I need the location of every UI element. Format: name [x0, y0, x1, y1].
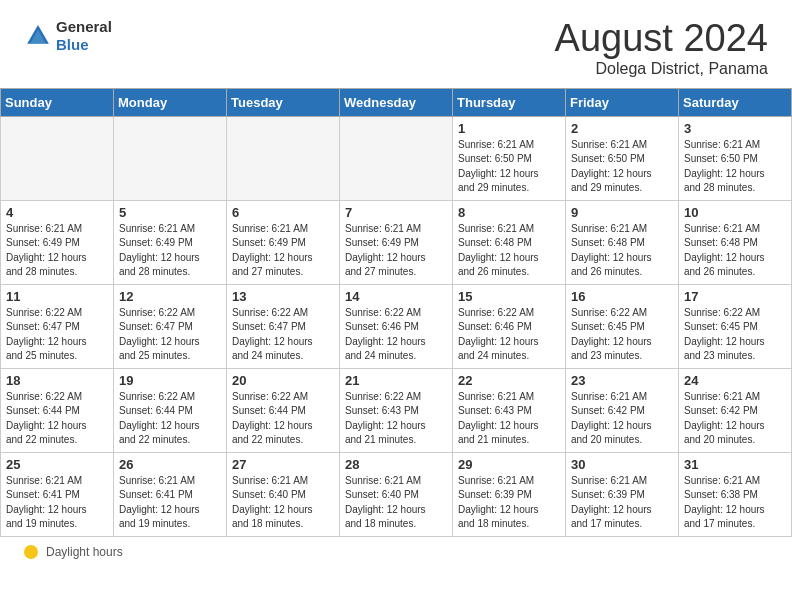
day-info: Sunrise: 6:22 AMSunset: 6:46 PMDaylight:…: [458, 306, 560, 364]
day-number: 24: [684, 373, 786, 388]
calendar-cell: 29Sunrise: 6:21 AMSunset: 6:39 PMDayligh…: [453, 452, 566, 536]
day-number: 2: [571, 121, 673, 136]
day-number: 12: [119, 289, 221, 304]
day-number: 18: [6, 373, 108, 388]
week-row-1: 1Sunrise: 6:21 AMSunset: 6:50 PMDaylight…: [1, 116, 792, 200]
calendar-cell: [340, 116, 453, 200]
day-number: 6: [232, 205, 334, 220]
calendar-cell: 17Sunrise: 6:22 AMSunset: 6:45 PMDayligh…: [679, 284, 792, 368]
day-number: 21: [345, 373, 447, 388]
day-number: 27: [232, 457, 334, 472]
day-number: 1: [458, 121, 560, 136]
day-number: 4: [6, 205, 108, 220]
day-info: Sunrise: 6:22 AMSunset: 6:47 PMDaylight:…: [6, 306, 108, 364]
day-info: Sunrise: 6:21 AMSunset: 6:49 PMDaylight:…: [6, 222, 108, 280]
calendar-cell: [227, 116, 340, 200]
day-info: Sunrise: 6:21 AMSunset: 6:49 PMDaylight:…: [232, 222, 334, 280]
weekday-thursday: Thursday: [453, 88, 566, 116]
daylight-label: Daylight hours: [46, 545, 123, 559]
day-info: Sunrise: 6:21 AMSunset: 6:50 PMDaylight:…: [571, 138, 673, 196]
calendar-cell: [1, 116, 114, 200]
day-info: Sunrise: 6:21 AMSunset: 6:50 PMDaylight:…: [684, 138, 786, 196]
logo: General Blue: [24, 18, 112, 54]
calendar-cell: 23Sunrise: 6:21 AMSunset: 6:42 PMDayligh…: [566, 368, 679, 452]
day-info: Sunrise: 6:22 AMSunset: 6:46 PMDaylight:…: [345, 306, 447, 364]
weekday-friday: Friday: [566, 88, 679, 116]
calendar-cell: 18Sunrise: 6:22 AMSunset: 6:44 PMDayligh…: [1, 368, 114, 452]
calendar-cell: 12Sunrise: 6:22 AMSunset: 6:47 PMDayligh…: [114, 284, 227, 368]
weekday-monday: Monday: [114, 88, 227, 116]
header: General Blue August 2024 Dolega District…: [0, 0, 792, 88]
page-container: General Blue August 2024 Dolega District…: [0, 0, 792, 567]
day-info: Sunrise: 6:21 AMSunset: 6:49 PMDaylight:…: [345, 222, 447, 280]
logo-icon: [24, 22, 52, 50]
day-number: 26: [119, 457, 221, 472]
day-info: Sunrise: 6:21 AMSunset: 6:48 PMDaylight:…: [684, 222, 786, 280]
day-info: Sunrise: 6:21 AMSunset: 6:41 PMDaylight:…: [6, 474, 108, 532]
calendar-cell: 28Sunrise: 6:21 AMSunset: 6:40 PMDayligh…: [340, 452, 453, 536]
calendar-cell: 4Sunrise: 6:21 AMSunset: 6:49 PMDaylight…: [1, 200, 114, 284]
day-number: 25: [6, 457, 108, 472]
day-number: 13: [232, 289, 334, 304]
calendar-table: SundayMondayTuesdayWednesdayThursdayFrid…: [0, 88, 792, 537]
calendar-cell: 21Sunrise: 6:22 AMSunset: 6:43 PMDayligh…: [340, 368, 453, 452]
month-title: August 2024: [555, 18, 768, 60]
calendar-cell: 1Sunrise: 6:21 AMSunset: 6:50 PMDaylight…: [453, 116, 566, 200]
footer: Daylight hours: [0, 537, 792, 567]
day-number: 16: [571, 289, 673, 304]
day-info: Sunrise: 6:21 AMSunset: 6:40 PMDaylight:…: [232, 474, 334, 532]
day-info: Sunrise: 6:22 AMSunset: 6:45 PMDaylight:…: [684, 306, 786, 364]
day-info: Sunrise: 6:22 AMSunset: 6:43 PMDaylight:…: [345, 390, 447, 448]
week-row-2: 4Sunrise: 6:21 AMSunset: 6:49 PMDaylight…: [1, 200, 792, 284]
title-block: August 2024 Dolega District, Panama: [555, 18, 768, 78]
calendar-cell: 30Sunrise: 6:21 AMSunset: 6:39 PMDayligh…: [566, 452, 679, 536]
calendar-cell: 2Sunrise: 6:21 AMSunset: 6:50 PMDaylight…: [566, 116, 679, 200]
day-number: 30: [571, 457, 673, 472]
day-info: Sunrise: 6:21 AMSunset: 6:50 PMDaylight:…: [458, 138, 560, 196]
day-info: Sunrise: 6:22 AMSunset: 6:47 PMDaylight:…: [232, 306, 334, 364]
day-info: Sunrise: 6:21 AMSunset: 6:49 PMDaylight:…: [119, 222, 221, 280]
day-number: 7: [345, 205, 447, 220]
weekday-wednesday: Wednesday: [340, 88, 453, 116]
day-number: 23: [571, 373, 673, 388]
day-info: Sunrise: 6:21 AMSunset: 6:38 PMDaylight:…: [684, 474, 786, 532]
calendar-cell: 6Sunrise: 6:21 AMSunset: 6:49 PMDaylight…: [227, 200, 340, 284]
day-info: Sunrise: 6:21 AMSunset: 6:43 PMDaylight:…: [458, 390, 560, 448]
calendar-cell: 10Sunrise: 6:21 AMSunset: 6:48 PMDayligh…: [679, 200, 792, 284]
week-row-5: 25Sunrise: 6:21 AMSunset: 6:41 PMDayligh…: [1, 452, 792, 536]
logo-text: General Blue: [56, 18, 112, 54]
calendar-cell: 14Sunrise: 6:22 AMSunset: 6:46 PMDayligh…: [340, 284, 453, 368]
weekday-header-row: SundayMondayTuesdayWednesdayThursdayFrid…: [1, 88, 792, 116]
day-number: 17: [684, 289, 786, 304]
calendar-cell: [114, 116, 227, 200]
day-number: 20: [232, 373, 334, 388]
day-info: Sunrise: 6:22 AMSunset: 6:44 PMDaylight:…: [6, 390, 108, 448]
calendar-cell: 24Sunrise: 6:21 AMSunset: 6:42 PMDayligh…: [679, 368, 792, 452]
day-info: Sunrise: 6:22 AMSunset: 6:47 PMDaylight:…: [119, 306, 221, 364]
subtitle: Dolega District, Panama: [555, 60, 768, 78]
week-row-4: 18Sunrise: 6:22 AMSunset: 6:44 PMDayligh…: [1, 368, 792, 452]
weekday-saturday: Saturday: [679, 88, 792, 116]
weekday-sunday: Sunday: [1, 88, 114, 116]
day-info: Sunrise: 6:21 AMSunset: 6:40 PMDaylight:…: [345, 474, 447, 532]
calendar-cell: 27Sunrise: 6:21 AMSunset: 6:40 PMDayligh…: [227, 452, 340, 536]
day-info: Sunrise: 6:21 AMSunset: 6:42 PMDaylight:…: [684, 390, 786, 448]
day-number: 31: [684, 457, 786, 472]
day-number: 22: [458, 373, 560, 388]
day-number: 3: [684, 121, 786, 136]
day-number: 11: [6, 289, 108, 304]
day-info: Sunrise: 6:21 AMSunset: 6:39 PMDaylight:…: [458, 474, 560, 532]
day-info: Sunrise: 6:21 AMSunset: 6:41 PMDaylight:…: [119, 474, 221, 532]
day-number: 10: [684, 205, 786, 220]
calendar-cell: 11Sunrise: 6:22 AMSunset: 6:47 PMDayligh…: [1, 284, 114, 368]
day-info: Sunrise: 6:21 AMSunset: 6:48 PMDaylight:…: [458, 222, 560, 280]
calendar-cell: 8Sunrise: 6:21 AMSunset: 6:48 PMDaylight…: [453, 200, 566, 284]
day-info: Sunrise: 6:21 AMSunset: 6:39 PMDaylight:…: [571, 474, 673, 532]
calendar-cell: 15Sunrise: 6:22 AMSunset: 6:46 PMDayligh…: [453, 284, 566, 368]
day-info: Sunrise: 6:22 AMSunset: 6:44 PMDaylight:…: [119, 390, 221, 448]
calendar-cell: 26Sunrise: 6:21 AMSunset: 6:41 PMDayligh…: [114, 452, 227, 536]
calendar-cell: 16Sunrise: 6:22 AMSunset: 6:45 PMDayligh…: [566, 284, 679, 368]
day-number: 29: [458, 457, 560, 472]
calendar-cell: 3Sunrise: 6:21 AMSunset: 6:50 PMDaylight…: [679, 116, 792, 200]
day-number: 14: [345, 289, 447, 304]
